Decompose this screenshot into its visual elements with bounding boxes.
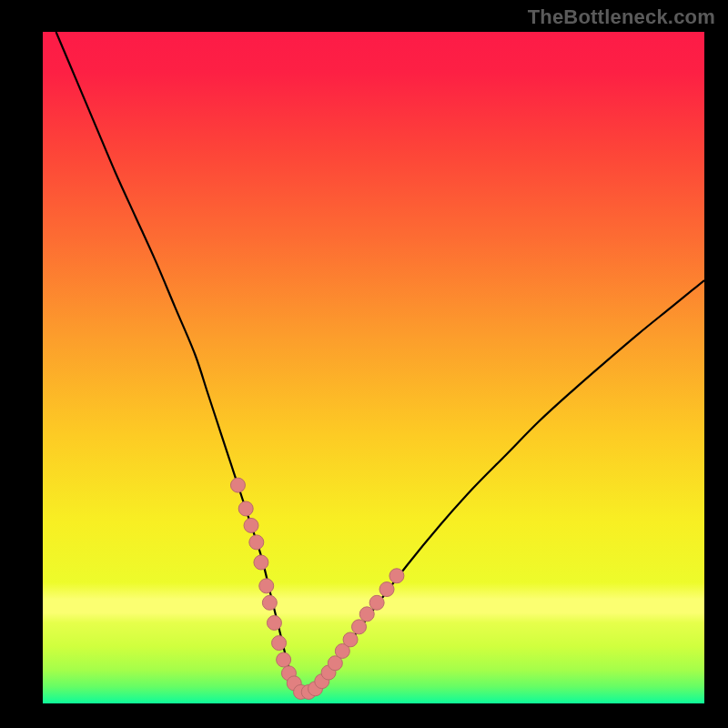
dot: [254, 555, 268, 570]
dot: [244, 518, 258, 532]
watermark-text: TheBottleneck.com: [528, 5, 715, 29]
curve-layer: [43, 32, 704, 703]
dot: [389, 569, 404, 583]
dot: [352, 620, 367, 634]
dot: [359, 607, 374, 622]
dot: [343, 632, 358, 647]
dot: [277, 652, 291, 667]
dot: [267, 615, 281, 630]
dot: [262, 595, 277, 610]
dot: [379, 582, 394, 597]
highlighted-dots: [230, 478, 403, 699]
dot: [259, 579, 274, 593]
dot: [369, 595, 384, 610]
dot: [249, 535, 264, 550]
plot-area: [43, 32, 704, 703]
bottleneck-curve: [56, 32, 704, 694]
dot: [238, 501, 253, 516]
chart-frame: TheBottleneck.com: [0, 0, 728, 728]
dot: [230, 478, 245, 492]
dot: [272, 636, 287, 651]
